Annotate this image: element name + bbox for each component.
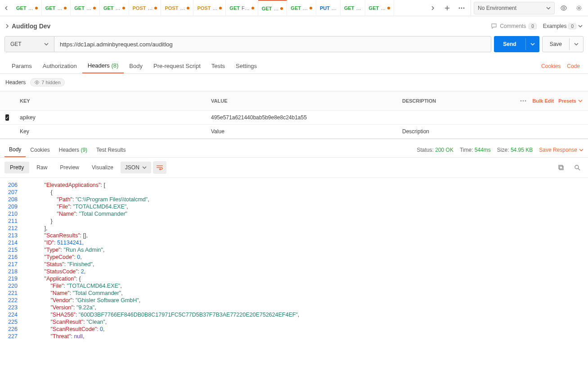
request-tab[interactable]: PUT… — [316, 0, 341, 16]
svg-point-6 — [520, 100, 521, 102]
svg-rect-9 — [560, 166, 563, 170]
request-tab[interactable]: GET… — [100, 0, 129, 16]
comments-button[interactable]: Comments 0 — [491, 23, 537, 29]
method-select[interactable]: GET — [5, 36, 54, 52]
unsaved-dot-icon — [187, 7, 189, 9]
wrap-lines-icon[interactable] — [153, 161, 166, 174]
svg-point-5 — [36, 82, 38, 83]
url-input[interactable] — [54, 36, 491, 52]
url-row: GET Send Save — [0, 36, 588, 56]
examples-button[interactable]: Examples 0 — [543, 23, 583, 29]
svg-point-1 — [461, 7, 462, 9]
view-visualize[interactable]: Visualize — [86, 162, 119, 173]
response-body[interactable]: 2062072082092102112122132142152162172182… — [0, 178, 588, 340]
presets-dropdown[interactable]: Presets — [558, 98, 583, 104]
new-header-row[interactable]: Key Value Description — [0, 125, 588, 139]
tab-body[interactable]: Body — [124, 59, 148, 73]
hidden-headers-toggle[interactable]: 7 hidden — [30, 78, 64, 86]
unsaved-dot-icon — [35, 7, 38, 9]
header-row[interactable]: ✓apikey495e571a621440bab5b9e8e8c24b1a55 — [0, 111, 588, 125]
collection-caret-icon[interactable] — [5, 24, 9, 28]
environment-label: No Environment — [478, 5, 516, 11]
request-tab[interactable]: GET… — [71, 0, 100, 16]
resp-tab-tests[interactable]: Test Results — [92, 143, 130, 157]
tab-settings[interactable]: Settings — [230, 59, 262, 73]
col-key: KEY — [14, 94, 206, 108]
unsaved-dot-icon — [387, 7, 390, 9]
environment-quicklook-icon[interactable] — [557, 2, 570, 14]
bulk-edit-link[interactable]: Bulk Edit — [533, 98, 554, 104]
time-value: 544ms — [475, 147, 491, 153]
link-cookies[interactable]: Cookies — [541, 63, 561, 69]
svg-point-11 — [575, 165, 579, 169]
unsaved-dot-icon — [64, 7, 67, 9]
request-tab[interactable]: GETF… — [226, 0, 258, 16]
tab-strip: GET…GET…GET…GET…POST…POST…POST…GETF…GET…… — [0, 0, 588, 16]
tabs-overflow-button[interactable] — [455, 2, 468, 14]
header-desc-cell[interactable] — [397, 114, 588, 121]
tab-tests[interactable]: Tests — [206, 59, 230, 73]
svg-point-0 — [459, 7, 460, 9]
view-raw[interactable]: Raw — [31, 162, 53, 173]
request-tab[interactable]: GET… — [287, 0, 316, 16]
tab-params[interactable]: Params — [6, 59, 37, 73]
unsaved-dot-icon — [280, 7, 283, 10]
header-key-cell[interactable]: apikey — [14, 111, 206, 124]
request-tab[interactable]: POST… — [161, 0, 193, 16]
send-button[interactable]: Send — [494, 36, 539, 52]
resp-tab-headers[interactable]: Headers (9) — [54, 143, 92, 157]
resp-tab-body[interactable]: Body — [4, 143, 26, 157]
request-tab[interactable]: GET… — [258, 0, 287, 16]
save-response-button[interactable]: Save Response — [539, 147, 584, 153]
header-checkbox[interactable]: ✓ — [5, 114, 9, 121]
response-tabs: Body Cookies Headers (9) Test Results St… — [0, 139, 588, 158]
request-tab[interactable]: POST… — [193, 0, 226, 16]
unsaved-dot-icon — [93, 7, 96, 9]
send-dropdown[interactable] — [525, 38, 539, 50]
tabs-container: GET…GET…GET…GET…POST…POST…POST…GETF…GET…… — [13, 0, 424, 16]
unsaved-dot-icon — [154, 7, 157, 9]
svg-point-2 — [463, 7, 465, 9]
resp-tab-cookies[interactable]: Cookies — [26, 143, 54, 157]
copy-response-icon[interactable] — [555, 161, 567, 174]
request-tabs: Params Authorization Headers (8) Body Pr… — [0, 56, 588, 74]
size-value: 54.95 KB — [511, 147, 533, 153]
request-tab[interactable]: GET… — [365, 0, 395, 16]
search-response-icon[interactable] — [571, 161, 584, 174]
tab-prerequest[interactable]: Pre-request Script — [148, 59, 206, 73]
save-button[interactable]: Save — [542, 36, 584, 52]
unsaved-dot-icon — [219, 7, 222, 9]
svg-point-7 — [522, 100, 524, 102]
request-name-row: Auditlog Dev Comments 0 Examples 0 — [0, 16, 588, 36]
unsaved-dot-icon — [251, 7, 254, 9]
svg-point-8 — [525, 100, 526, 102]
request-name: Auditlog Dev — [12, 23, 50, 30]
tab-headers[interactable]: Headers (8) — [82, 59, 124, 73]
request-tab[interactable]: GET… — [341, 0, 365, 16]
link-code[interactable]: Code — [567, 63, 580, 69]
svg-rect-10 — [559, 165, 562, 169]
col-value: VALUE — [206, 94, 397, 108]
more-options-icon[interactable] — [518, 96, 528, 106]
new-tab-button[interactable] — [441, 2, 453, 14]
request-tab[interactable]: POST… — [129, 0, 162, 16]
save-dropdown[interactable] — [569, 38, 583, 50]
svg-point-3 — [563, 7, 565, 9]
svg-point-4 — [578, 7, 580, 9]
view-pretty[interactable]: Pretty — [4, 162, 29, 173]
settings-gear-icon[interactable] — [573, 2, 585, 14]
tabs-prev-button[interactable] — [0, 0, 13, 16]
tabs-next-button[interactable] — [426, 0, 439, 16]
request-tab[interactable]: GET… — [42, 0, 71, 16]
request-tab[interactable]: GET… — [13, 0, 42, 16]
tab-authorization[interactable]: Authorization — [37, 59, 82, 73]
header-value-cell[interactable]: 495e571a621440bab5b9e8e8c24b1a55 — [206, 111, 397, 124]
format-select[interactable]: JSON — [121, 162, 151, 173]
response-view-toolbar: Pretty Raw Preview Visualize JSON — [0, 158, 588, 178]
headers-header: Headers 7 hidden — [0, 74, 588, 91]
environment-select[interactable]: No Environment — [474, 2, 555, 14]
col-description: DESCRIPTION — [402, 98, 518, 104]
line-gutter: 2062072082092102112122132142152162172182… — [0, 178, 22, 340]
view-preview[interactable]: Preview — [54, 162, 85, 173]
headers-title: Headers — [5, 79, 26, 86]
